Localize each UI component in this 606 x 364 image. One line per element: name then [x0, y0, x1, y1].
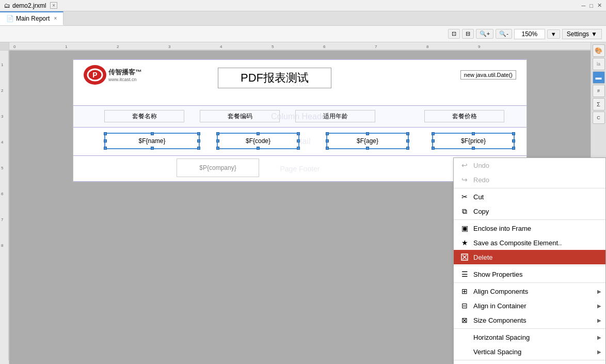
- handle-br[interactable]: [406, 147, 409, 150]
- band-title: Title P: [73, 59, 527, 106]
- svg-text:5: 5: [1, 166, 4, 170]
- handle-tr[interactable]: [512, 132, 515, 135]
- svg-text:1: 1: [65, 44, 68, 49]
- toolbar: ⊡ ⊟ 🔍+ 🔍- 150% ▼ Settings ▼: [0, 26, 606, 42]
- handle-tl[interactable]: [104, 132, 107, 135]
- ctx-label-delete: Delete: [473, 254, 493, 261]
- handle-ml[interactable]: [326, 139, 329, 143]
- title-close-button[interactable]: ×: [50, 2, 57, 9]
- ctx-item-copy[interactable]: ⧉Copy: [454, 204, 605, 218]
- svg-text:5: 5: [272, 44, 274, 49]
- col-header-name: 套餐名称: [104, 110, 184, 122]
- handle-bm[interactable]: [366, 147, 369, 150]
- ctx-icon-show_props: ☰: [460, 270, 469, 279]
- handle-bm[interactable]: [151, 147, 154, 150]
- ctx-item-show_props[interactable]: ☰Show Properties: [454, 267, 605, 281]
- field-name[interactable]: $F{name}: [104, 133, 200, 149]
- field-price-expr: $F{price}: [461, 137, 486, 145]
- grid-icon[interactable]: #: [593, 85, 605, 97]
- handle-ml[interactable]: [216, 139, 219, 143]
- fit-page-button[interactable]: ⊡: [448, 29, 460, 39]
- zoom-in-button[interactable]: 🔍+: [476, 29, 493, 39]
- ctx-label-size_components: Size Components: [473, 316, 527, 324]
- svg-text:4: 4: [220, 44, 222, 49]
- app-icon: 🗂: [4, 2, 10, 9]
- ctx-icon-delete: [460, 252, 469, 262]
- tab-close-button[interactable]: ×: [54, 15, 57, 21]
- palette-icon[interactable]: 🎨: [593, 44, 605, 57]
- handle-bl[interactable]: [432, 147, 435, 150]
- handle-mr[interactable]: [297, 139, 300, 143]
- handle-tm[interactable]: [472, 132, 475, 135]
- ctx-item-cut[interactable]: ✂Cut: [454, 189, 605, 204]
- ctx-item-size_components[interactable]: ⊠Size Components▶: [454, 313, 605, 327]
- handle-tr[interactable]: [297, 132, 300, 135]
- handle-tm[interactable]: [151, 132, 154, 135]
- label-icon[interactable]: la: [593, 58, 605, 70]
- handle-bl[interactable]: [104, 147, 107, 150]
- logo-url: www.itcast.cn: [108, 77, 142, 82]
- handle-ml[interactable]: [432, 139, 435, 143]
- field-code[interactable]: $F{code}: [217, 133, 299, 149]
- handle-mr[interactable]: [197, 139, 200, 143]
- zoom-level[interactable]: 150%: [514, 29, 545, 39]
- ctx-item-vert_spacing[interactable]: Vertical Spacing▶: [454, 344, 605, 359]
- handle-tr[interactable]: [406, 132, 409, 135]
- fit-width-button[interactable]: ⊟: [462, 29, 474, 39]
- handle-br[interactable]: [512, 147, 515, 150]
- svg-text:7: 7: [1, 217, 4, 222]
- ctx-label-align_container: Align in Container: [473, 302, 527, 310]
- report-date: new java.util.Date(): [460, 70, 516, 80]
- handle-bl[interactable]: [216, 147, 219, 150]
- main-report-tab[interactable]: 📄 Main Report ×: [0, 11, 63, 25]
- handle-bm[interactable]: [472, 147, 475, 150]
- ctx-label-redo: Redo: [473, 176, 489, 184]
- zoom-out-button[interactable]: 🔍-: [496, 29, 512, 39]
- handle-tl[interactable]: [326, 132, 329, 135]
- container-icon[interactable]: C: [593, 112, 605, 124]
- svg-text:6: 6: [1, 192, 4, 196]
- svg-text:0: 0: [13, 44, 16, 49]
- ctx-separator: [454, 188, 605, 188]
- ctx-item-align_components[interactable]: ⊞Align Components▶: [454, 284, 605, 298]
- ctx-item-save_composite[interactable]: ★Save as Composite Element..: [454, 235, 605, 250]
- handle-mr[interactable]: [406, 139, 409, 143]
- logo-area: P 传智播客™ www.itcast.cn: [84, 65, 142, 85]
- svg-text:2: 2: [1, 88, 4, 93]
- title-bar: 🗂 demo2.jrxml × ─ □ ✕: [0, 0, 606, 11]
- field-age[interactable]: $F{age}: [326, 133, 409, 149]
- ctx-item-delete[interactable]: Delete: [454, 250, 605, 264]
- handle-ml[interactable]: [104, 139, 107, 143]
- ctx-icon-undo: ↩: [460, 161, 469, 170]
- ruler-row: 0 1 2 3 4 5 6 7 8 9: [0, 42, 591, 51]
- handle-mr[interactable]: [512, 139, 515, 143]
- handle-tm[interactable]: [366, 132, 369, 135]
- handle-bl[interactable]: [326, 147, 329, 150]
- handle-tl[interactable]: [216, 132, 219, 135]
- element-icon[interactable]: ▬: [593, 71, 605, 84]
- handle-br[interactable]: [197, 147, 200, 150]
- ctx-icon-redo: ↪: [460, 175, 469, 184]
- tab-bar: 📄 Main Report ×: [0, 11, 606, 26]
- svg-text:4: 4: [1, 140, 4, 145]
- handle-tm[interactable]: [257, 132, 260, 135]
- ctx-item-horiz_spacing[interactable]: Horizontal Spacing▶: [454, 330, 605, 344]
- svg-text:P: P: [92, 71, 97, 79]
- ctx-icon-horiz_spacing: [460, 333, 469, 342]
- handle-tr[interactable]: [197, 132, 200, 135]
- ctx-submenu-arrow-size_components: ▶: [597, 318, 601, 323]
- ctx-icon-size_components: ⊠: [460, 315, 469, 325]
- ctx-item-size_container[interactable]: ⊞Size to Container▶: [454, 361, 605, 364]
- ctx-icon-save_composite: ★: [460, 238, 469, 247]
- ctx-item-enclose[interactable]: ▣Enclose into Frame: [454, 221, 605, 235]
- handle-tl[interactable]: [432, 132, 435, 135]
- field-price[interactable]: $F{price}: [432, 133, 515, 149]
- sum-icon[interactable]: Σ: [593, 98, 605, 110]
- ctx-item-align_container[interactable]: ⊟Align in Container▶: [454, 298, 605, 313]
- handle-br[interactable]: [297, 147, 300, 150]
- zoom-arrow-button[interactable]: ▼: [547, 29, 560, 39]
- settings-label: Settings: [567, 30, 589, 38]
- settings-button[interactable]: Settings ▼: [562, 29, 602, 39]
- handle-bm[interactable]: [257, 147, 260, 150]
- ctx-icon-align_components: ⊞: [460, 287, 469, 296]
